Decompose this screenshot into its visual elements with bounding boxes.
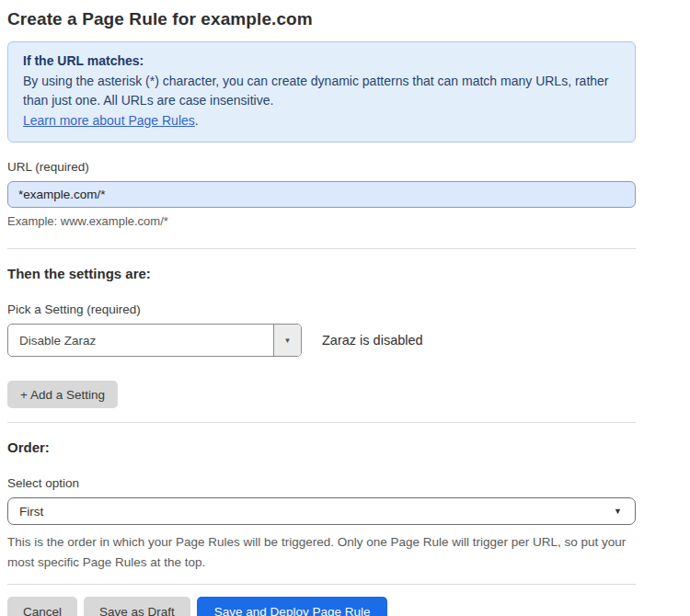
order-description: This is the order in which your Page Rul… bbox=[7, 532, 633, 573]
dropdown-arrow-icon: ▼ bbox=[284, 337, 292, 345]
info-box-body: By using the asterisk (*) character, you… bbox=[23, 72, 620, 111]
link-suffix: . bbox=[195, 113, 199, 128]
save-as-draft-button[interactable]: Save as Draft bbox=[84, 597, 190, 616]
setting-row: Disable Zaraz ▼ Zaraz is disabled bbox=[7, 324, 636, 357]
setting-select-value: Disable Zaraz bbox=[8, 325, 273, 356]
order-select[interactable]: First ▼ bbox=[7, 497, 636, 525]
cancel-button[interactable]: Cancel bbox=[7, 597, 77, 616]
settings-section-heading: Then the settings are: bbox=[7, 266, 636, 281]
section-divider bbox=[7, 248, 636, 249]
setting-select-arrow-button[interactable]: ▼ bbox=[273, 325, 301, 356]
order-select-label: Select option bbox=[7, 476, 636, 490]
setting-select[interactable]: Disable Zaraz ▼ bbox=[7, 324, 302, 357]
footer-actions: Cancel Save as Draft Save and Deploy Pag… bbox=[7, 597, 636, 616]
dropdown-arrow-icon: ▼ bbox=[614, 507, 622, 516]
url-match-info-box: If the URL matches: By using the asteris… bbox=[7, 41, 636, 143]
section-divider bbox=[7, 422, 636, 423]
pick-setting-label: Pick a Setting (required) bbox=[7, 302, 636, 316]
order-section-heading: Order: bbox=[7, 439, 636, 455]
learn-more-link[interactable]: Learn more about Page Rules bbox=[23, 113, 195, 128]
section-divider bbox=[7, 584, 636, 585]
order-select-value: First bbox=[19, 505, 43, 519]
page-title: Create a Page Rule for example.com bbox=[7, 9, 636, 29]
info-box-heading: If the URL matches: bbox=[23, 51, 620, 72]
page-rule-form: Create a Page Rule for example.com If th… bbox=[0, 0, 690, 616]
setting-status-text: Zaraz is disabled bbox=[322, 333, 423, 348]
url-field-label: URL (required) bbox=[7, 160, 636, 174]
add-setting-button[interactable]: + Add a Setting bbox=[7, 381, 118, 408]
info-box-link-line: Learn more about Page Rules. bbox=[23, 111, 620, 131]
url-input[interactable] bbox=[7, 181, 636, 208]
url-example-hint: Example: www.example.com/* bbox=[7, 214, 636, 228]
save-and-deploy-button[interactable]: Save and Deploy Page Rule bbox=[197, 597, 388, 616]
